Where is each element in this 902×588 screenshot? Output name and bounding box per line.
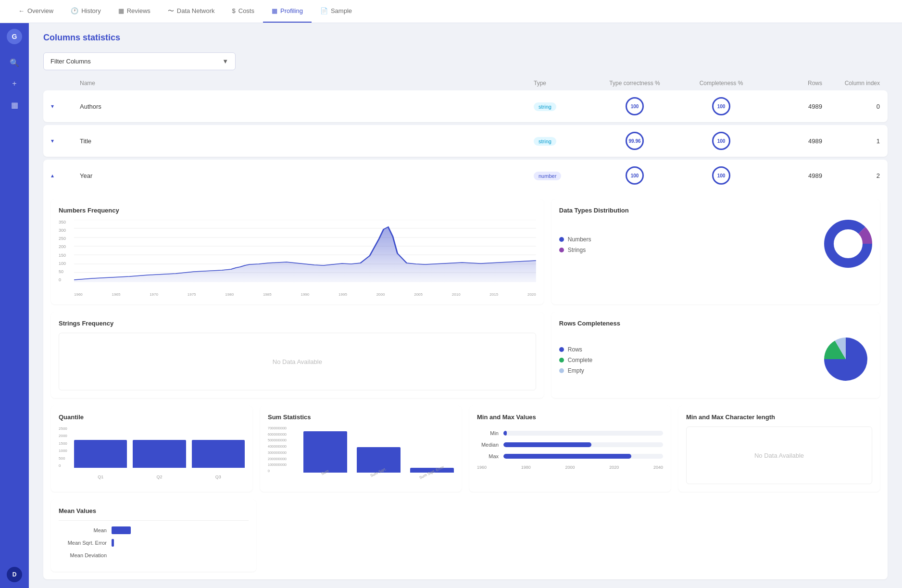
quantile-panel: Quantile 2500 2000 1500 1000 500 0 bbox=[51, 406, 252, 492]
type-correctness-circle: 99.96 bbox=[626, 132, 644, 150]
sum-stats-panel: Sum Statistics 7000000000 6000000000 500… bbox=[260, 406, 462, 492]
chevron-down-icon[interactable]: ▾ bbox=[51, 103, 80, 110]
bar-q2 bbox=[133, 440, 186, 468]
rows-completeness-panel: Rows Completeness Rows Complete bbox=[551, 312, 880, 398]
strings-dot bbox=[559, 248, 564, 252]
legend-numbers: Numbers bbox=[559, 236, 591, 243]
mean-sqrt-error-row: Mean Sqrt. Error bbox=[59, 539, 249, 547]
expanded-panel: Numbers Frequency 350 300 250 200 150 10… bbox=[43, 191, 888, 579]
page-title: Columns statistics bbox=[43, 33, 888, 43]
rows-completeness-pie bbox=[819, 333, 872, 388]
table-row: ▾ Authors string 100 100 4989 0 bbox=[43, 90, 888, 122]
dropdown-chevron-icon: ▼ bbox=[222, 58, 228, 65]
top-navigation: ← Overview 🕐 History ▦ Reviews 〜 Data Ne… bbox=[0, 0, 902, 23]
charts-row-3: Quantile 2500 2000 1500 1000 500 0 bbox=[51, 406, 880, 492]
charts-row-1: Numbers Frequency 350 300 250 200 150 10… bbox=[51, 199, 880, 304]
complete-dot bbox=[559, 358, 564, 363]
completeness-circle: 100 bbox=[712, 132, 730, 150]
svg-point-9 bbox=[835, 230, 862, 257]
nav-sample[interactable]: 📄 Sample bbox=[312, 0, 361, 23]
mean-deviation-row: Mean Deviation bbox=[59, 551, 249, 559]
data-types-legend: Numbers Strings bbox=[559, 236, 591, 253]
search-icon[interactable]: 🔍 bbox=[6, 54, 23, 71]
table-row: ▾ Title string 99.96 100 4989 1 bbox=[43, 125, 888, 157]
numbers-frequency-panel: Numbers Frequency 350 300 250 200 150 10… bbox=[51, 199, 544, 304]
type-badge-number: number bbox=[534, 172, 561, 180]
overview-icon: ← bbox=[18, 7, 25, 14]
bar-q1 bbox=[74, 440, 127, 468]
rows-dot bbox=[559, 347, 564, 352]
history-icon: 🕐 bbox=[71, 7, 78, 14]
strings-no-data: No Data Available bbox=[59, 333, 536, 390]
char-no-data: No Data Available bbox=[686, 426, 872, 484]
completeness-circle: 100 bbox=[712, 166, 730, 185]
completeness-circle: 100 bbox=[712, 97, 730, 115]
nav-data-network[interactable]: 〜 Data Network bbox=[159, 0, 224, 23]
avatar[interactable]: D bbox=[7, 567, 22, 582]
nav-costs[interactable]: $ Costs bbox=[224, 0, 263, 23]
completeness-legend: Rows Complete Empty bbox=[559, 346, 592, 374]
legend-strings: Strings bbox=[559, 247, 591, 253]
sample-icon: 📄 bbox=[320, 7, 328, 14]
numbers-frequency-chart: 350 300 250 200 150 100 50 0 bbox=[59, 220, 536, 297]
chevron-up-icon[interactable]: ▴ bbox=[51, 172, 80, 179]
charts-row-2: Strings Frequency No Data Available Rows… bbox=[51, 312, 880, 398]
numbers-dot bbox=[559, 237, 564, 242]
nav-overview[interactable]: ← Overview bbox=[10, 0, 62, 23]
grid-icon[interactable]: ▦ bbox=[6, 96, 23, 113]
add-icon[interactable]: + bbox=[6, 75, 23, 92]
data-types-donut bbox=[824, 220, 872, 270]
nav-profiling[interactable]: ▦ Profiling bbox=[263, 0, 312, 23]
left-sidebar: G 🔍 + ▦ D bbox=[0, 23, 29, 588]
data-network-icon: 〜 bbox=[168, 7, 174, 15]
data-types-panel: Data Types Distribution Numbers Strings bbox=[551, 199, 880, 304]
empty-dot bbox=[559, 368, 564, 373]
filter-columns-dropdown[interactable]: Filter Columns ▼ bbox=[43, 52, 236, 70]
type-badge-string: string bbox=[534, 102, 556, 111]
mean-values-panel: Mean Values Mean Mean Sqrt. Error Mean D… bbox=[51, 500, 256, 572]
median-row: Median bbox=[477, 442, 663, 448]
profiling-icon: ▦ bbox=[272, 7, 277, 14]
type-correctness-circle: 100 bbox=[626, 166, 644, 185]
max-row: Max bbox=[477, 453, 663, 459]
mean-mean-row: Mean bbox=[59, 526, 249, 534]
strings-frequency-panel: Strings Frequency No Data Available bbox=[51, 312, 544, 398]
legend-rows: Rows bbox=[559, 346, 592, 353]
mean-values-section: Mean Values Mean Mean Sqrt. Error Mean D… bbox=[51, 500, 880, 572]
table-row: ▴ Year number 100 100 4989 2 bbox=[43, 160, 888, 191]
main-content: Columns statistics Filter Columns ▼ Name… bbox=[29, 23, 902, 588]
min-max-panel: Min and Max Values Min Median bbox=[469, 406, 671, 492]
min-row: Min bbox=[477, 430, 663, 436]
min-max-char-panel: Min and Max Character length No Data Ava… bbox=[678, 406, 880, 492]
table-header: Name Type Type correctness % Completenes… bbox=[43, 80, 888, 90]
costs-icon: $ bbox=[232, 7, 236, 14]
legend-empty: Empty bbox=[559, 367, 592, 374]
chevron-down-icon[interactable]: ▾ bbox=[51, 138, 80, 144]
nav-history[interactable]: 🕐 History bbox=[62, 0, 109, 23]
type-badge-string: string bbox=[534, 137, 556, 146]
type-correctness-circle: 100 bbox=[626, 97, 644, 115]
nav-reviews[interactable]: ▦ Reviews bbox=[110, 0, 159, 23]
sidebar-logo: G bbox=[7, 29, 22, 44]
legend-complete: Complete bbox=[559, 357, 592, 363]
reviews-icon: ▦ bbox=[118, 7, 124, 14]
bar-q3 bbox=[192, 440, 245, 468]
